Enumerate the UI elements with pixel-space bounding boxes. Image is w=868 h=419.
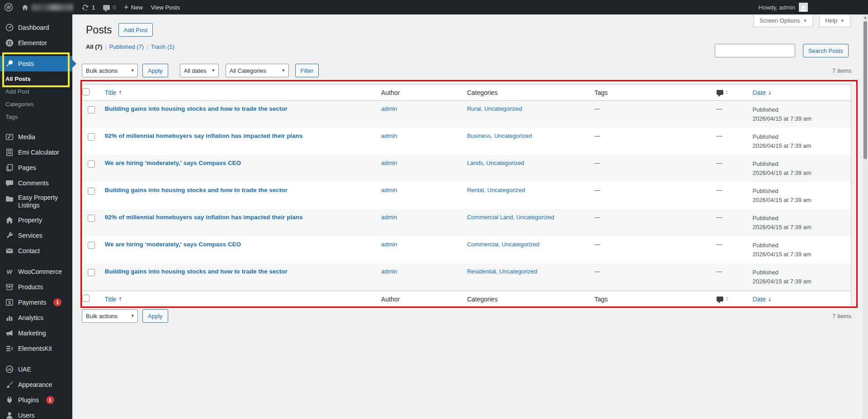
row-select-checkbox[interactable]: [88, 269, 95, 276]
search-posts-input[interactable]: [715, 44, 795, 57]
post-title-link[interactable]: 92% of millennial homebuyers say inflati…: [104, 214, 302, 221]
post-author-link[interactable]: admin: [381, 241, 397, 248]
apply-button-top[interactable]: Apply: [142, 64, 168, 77]
site-name-blurred: [32, 4, 73, 11]
post-categories-link[interactable]: Residential, Uncategorized: [467, 268, 537, 275]
comments-menu[interactable]: 0: [99, 0, 120, 14]
sort-by-date-bottom[interactable]: Date ▲▼: [753, 296, 772, 303]
sidebar-item-pages[interactable]: Pages: [0, 160, 72, 175]
sidebar-item-plugins[interactable]: Plugins 1: [0, 392, 72, 408]
post-categories-link[interactable]: Commercial Land, Uncategorized: [467, 214, 554, 221]
sort-by-comments-bottom[interactable]: ▲▼: [717, 296, 729, 301]
view-all-link[interactable]: All (7): [86, 43, 102, 50]
post-author-link[interactable]: admin: [381, 132, 397, 139]
sidebar-item-services[interactable]: Services: [0, 228, 72, 243]
row-select-checkbox[interactable]: [88, 133, 95, 141]
vertical-scrollbar[interactable]: ▲: [863, 14, 868, 419]
chevron-down-icon: ▼: [803, 19, 807, 23]
post-comments-value: —: [717, 268, 722, 275]
table-row: We are hiring 'moderately,' says Compass…: [82, 155, 851, 182]
post-title-link[interactable]: Building gains into housing stocks and h…: [104, 268, 287, 275]
select-all-checkbox-top[interactable]: [82, 88, 90, 95]
bar-chart-icon: [5, 313, 14, 322]
post-categories-link[interactable]: Rental, Uncategorized: [467, 187, 525, 193]
sidebar-item-media[interactable]: Media: [0, 129, 72, 145]
post-title-link[interactable]: We are hiring 'moderately,' says Compass…: [104, 241, 241, 248]
submenu-tags[interactable]: Tags: [0, 110, 72, 123]
view-published-link[interactable]: Published (7): [109, 43, 144, 50]
post-title-link[interactable]: Building gains into housing stocks and h…: [104, 105, 287, 112]
post-status: Published: [753, 105, 846, 114]
sidebar-item-emi-calculator[interactable]: Emi Calculator: [0, 145, 72, 160]
new-content-menu[interactable]: + New: [120, 0, 146, 14]
sidebar-item-comments[interactable]: Comments: [0, 175, 72, 191]
site-menu[interactable]: [17, 0, 77, 14]
howdy-admin-label[interactable]: Howdy, admin: [759, 4, 795, 11]
sidebar-item-products[interactable]: Products: [0, 279, 72, 295]
row-select-checkbox[interactable]: [88, 188, 95, 195]
bulk-actions-select-top[interactable]: Bulk actions: [82, 64, 138, 77]
row-select-checkbox[interactable]: [88, 215, 95, 222]
sort-arrows-icon: ▲▼: [118, 90, 122, 95]
post-title-link[interactable]: Building gains into housing stocks and h…: [104, 187, 287, 193]
select-all-checkbox-bottom[interactable]: [82, 295, 90, 302]
sidebar-item-posts[interactable]: Posts: [0, 56, 72, 71]
filter-button[interactable]: Filter: [295, 64, 319, 77]
sidebar-item-dashboard[interactable]: Dashboard: [0, 20, 72, 35]
post-author-link[interactable]: admin: [381, 105, 397, 112]
post-comments-value: —: [717, 160, 722, 166]
row-select-checkbox[interactable]: [88, 106, 95, 113]
row-select-checkbox[interactable]: [88, 160, 95, 168]
post-author-link[interactable]: admin: [381, 268, 397, 275]
svg-text:W: W: [7, 268, 13, 275]
sort-by-title-top[interactable]: Title ▲▼: [104, 89, 122, 96]
sidebar-item-contact[interactable]: Contact: [0, 243, 72, 259]
sidebar-item-uae[interactable]: UE UAE: [0, 362, 72, 377]
sidebar-item-appearance[interactable]: Appearance: [0, 377, 72, 392]
post-categories-link[interactable]: Commercial, Uncategorized: [467, 241, 539, 248]
scrollbar-up-arrow-icon[interactable]: ▲: [863, 14, 868, 21]
post-author-link[interactable]: admin: [381, 214, 397, 221]
post-status: Published: [753, 160, 846, 169]
submenu-add-post[interactable]: Add Post: [0, 85, 72, 98]
avatar[interactable]: [799, 3, 808, 12]
view-posts-link[interactable]: View Posts: [147, 0, 184, 14]
updates-menu[interactable]: 1: [77, 0, 99, 14]
post-author-link[interactable]: admin: [381, 187, 397, 193]
scrollbar-thumb[interactable]: [863, 21, 867, 159]
sort-by-date-top[interactable]: Date ▲▼: [753, 89, 772, 96]
sidebar-item-payments[interactable]: $ Payments 1: [0, 295, 72, 310]
plus-icon: +: [124, 4, 128, 11]
post-title-link[interactable]: We are hiring 'moderately,' says Compass…: [104, 160, 241, 166]
search-posts-button[interactable]: Search Posts: [803, 44, 849, 57]
post-categories-link[interactable]: Business, Uncategorized: [467, 132, 532, 139]
post-title-link[interactable]: 92% of millennial homebuyers say inflati…: [104, 132, 302, 139]
sidebar-item-elementskit[interactable]: ElementsKit: [0, 341, 72, 356]
sidebar-item-woocommerce[interactable]: W WooCommerce: [0, 264, 72, 279]
help-button[interactable]: Help ▼: [819, 14, 850, 27]
submenu-all-posts[interactable]: All Posts: [0, 72, 72, 85]
dates-filter-select[interactable]: All dates: [180, 64, 219, 77]
sidebar-item-users[interactable]: Users: [0, 408, 72, 419]
post-categories-link[interactable]: Rural, Uncategorized: [467, 105, 522, 112]
table-toolbar-top: Bulk actions Apply All dates All Categor…: [82, 64, 851, 77]
sidebar-item-marketing[interactable]: Marketing: [0, 325, 72, 341]
wordpress-logo-menu[interactable]: W: [0, 0, 17, 14]
bulk-actions-select-bottom[interactable]: Bulk actions: [82, 309, 138, 323]
sidebar-item-easy-property-listings[interactable]: Easy Property Listings: [0, 191, 72, 212]
screen-options-button[interactable]: Screen Options ▼: [754, 14, 813, 27]
sidebar-item-elementor[interactable]: Elementor: [0, 35, 72, 51]
comments-icon: [5, 179, 14, 188]
add-post-button[interactable]: Add Post: [118, 23, 153, 37]
sort-by-title-bottom[interactable]: Title ▲▼: [104, 296, 122, 303]
apply-button-bottom[interactable]: Apply: [142, 309, 168, 323]
view-trash-link[interactable]: Trash (1): [151, 43, 175, 50]
row-select-checkbox[interactable]: [88, 242, 95, 249]
categories-filter-select[interactable]: All Categories: [226, 64, 289, 77]
submenu-categories[interactable]: Categories: [0, 98, 72, 110]
post-categories-link[interactable]: Lands, Uncategorized: [467, 160, 524, 166]
sidebar-item-property[interactable]: Property: [0, 212, 72, 228]
sort-by-comments-top[interactable]: ▲▼: [717, 89, 729, 95]
sidebar-item-analytics[interactable]: Analytics: [0, 310, 72, 325]
post-author-link[interactable]: admin: [381, 160, 397, 166]
